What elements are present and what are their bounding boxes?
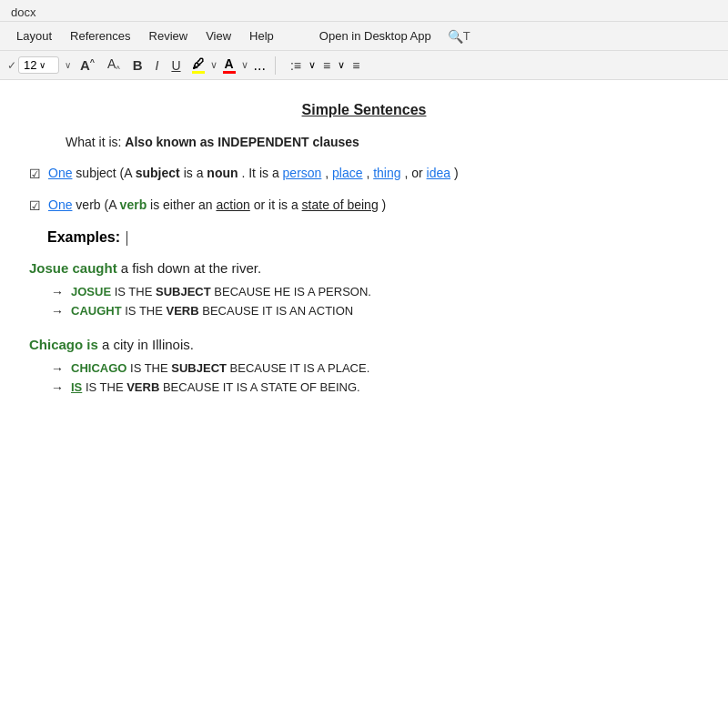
- document-area[interactable]: Simple Sentences What it is: Also known …: [0, 80, 728, 728]
- checkbox-1: ☑: [29, 167, 41, 181]
- example-1-block: Josue caught a fish down at the river. →…: [29, 260, 699, 318]
- arrow-icon-1b: →: [51, 304, 64, 318]
- title-bar: docx: [0, 0, 728, 22]
- italic-button[interactable]: I: [150, 56, 165, 75]
- filename-label: docx: [11, 5, 35, 19]
- grow-font-button[interactable]: A^: [75, 56, 100, 75]
- what-it-is-prefix: What it is:: [66, 135, 125, 149]
- search-label: T: [463, 29, 470, 43]
- list3-button[interactable]: ≡: [347, 56, 365, 75]
- bullet2-verb: verb: [120, 197, 147, 212]
- more-button[interactable]: ...: [250, 56, 269, 76]
- example2-green: Chicago is: [29, 337, 98, 352]
- arrow-icon-2b: →: [51, 380, 64, 395]
- checkmark-icon: ✓: [7, 59, 16, 72]
- example1-sentence: Josue caught a fish down at the river.: [29, 260, 699, 276]
- bullet1-person: person: [283, 166, 322, 180]
- bullet1-thing: thing: [373, 166, 400, 180]
- caught-label: CAUGHT: [71, 304, 122, 318]
- example-2-block: Chicago is a city in Illinois. → CHICAGO…: [29, 337, 699, 395]
- menu-open-desktop[interactable]: Open in Desktop App: [310, 25, 440, 46]
- bullet1-idea: idea: [427, 166, 450, 180]
- bullet1-noun: noun: [207, 166, 238, 180]
- example1-arrow1: → JOSUE IS THE SUBJECT BECAUSE HE IS A P…: [29, 285, 699, 299]
- menu-references[interactable]: References: [61, 25, 139, 46]
- bullet-item-2: ☑ One verb (A verb is either an action o…: [29, 197, 699, 213]
- bullet-item-1: ☑ One subject (A subject is a noun . It …: [29, 166, 699, 181]
- bullet2-action: action: [216, 197, 249, 212]
- font-size-chevron2: ∨: [65, 60, 71, 70]
- bullet1-one: One: [48, 166, 72, 180]
- examples-label: Examples:: [47, 229, 120, 245]
- subject-label-2: SUBJECT: [171, 361, 227, 375]
- menu-view[interactable]: View: [197, 25, 240, 46]
- bullet1-place: place: [332, 166, 362, 180]
- example1-green: Josue caught: [29, 260, 117, 276]
- chicago-label: CHICAGO: [71, 361, 126, 375]
- example2-arrow2: → IS IS THE VERB BECAUSE IT IS A STATE O…: [29, 380, 699, 395]
- arrow-icon-1a: →: [51, 285, 64, 299]
- josue-label: JOSUE: [71, 285, 111, 298]
- document-title: Simple Sentences: [29, 102, 699, 118]
- bullet2-one: One: [48, 197, 72, 212]
- example1-rest: a fish down at the river.: [121, 260, 261, 276]
- example1-arrow2: → CAUGHT IS THE VERB BECAUSE IT IS AN AC…: [29, 304, 699, 318]
- bullet1-subject: subject: [136, 166, 180, 180]
- verb-label-2: VERB: [126, 380, 159, 394]
- is-label: IS: [71, 380, 82, 394]
- font-size-value: 12: [24, 58, 36, 72]
- font-color-letter: A: [224, 56, 233, 71]
- list1-chevron[interactable]: ∨: [308, 59, 316, 71]
- checkbox-2: ☑: [29, 198, 41, 213]
- word-window: docx Layout References Review View Help …: [0, 0, 728, 728]
- text-cursor: [126, 231, 127, 246]
- examples-line: Examples:: [29, 229, 699, 246]
- list2-chevron[interactable]: ∨: [338, 59, 345, 71]
- bold-button[interactable]: B: [127, 56, 148, 75]
- menu-bar: Layout References Review View Help Open …: [0, 22, 728, 51]
- formatting-toolbar: ✓ 12 ∨ ∨ A^ A^ B I U 🖊 ∨ A ∨ ... :≡ ∨ ≡ …: [0, 51, 728, 80]
- list1-button[interactable]: :≡: [285, 56, 307, 75]
- what-it-is-line: What it is: Also known as INDEPENDENT cl…: [29, 135, 699, 149]
- underline-button[interactable]: U: [166, 56, 186, 75]
- arrow-icon-2a: →: [51, 361, 64, 376]
- highlight-color-button[interactable]: 🖊: [188, 55, 208, 76]
- highlight-chevron[interactable]: ∨: [210, 59, 217, 71]
- bullet1-text: One subject (A subject is a noun . It is…: [48, 166, 459, 180]
- highlight-bar: [192, 71, 205, 74]
- menu-layout[interactable]: Layout: [7, 25, 61, 46]
- bullet2-text: One verb (A verb is either an action or …: [48, 197, 386, 212]
- list-buttons: :≡ ∨ ≡ ∨ ≡: [285, 56, 365, 75]
- font-color-button[interactable]: A: [219, 55, 239, 76]
- font-color-bar: [223, 71, 236, 74]
- menu-review[interactable]: Review: [140, 25, 197, 46]
- menu-help[interactable]: Help: [240, 25, 283, 46]
- search-icon[interactable]: 🔍: [448, 29, 463, 44]
- example2-arrow1: → CHICAGO IS THE SUBJECT BECAUSE IT IS A…: [29, 361, 699, 376]
- font-color-chevron[interactable]: ∨: [241, 59, 248, 71]
- what-it-is-value: Also known as INDEPENDENT clauses: [125, 135, 359, 149]
- subject-label-1: SUBJECT: [156, 285, 211, 298]
- list2-button[interactable]: ≡: [318, 56, 336, 75]
- shrink-font-button[interactable]: A^: [102, 55, 126, 76]
- font-size-selector[interactable]: 12 ∨: [18, 56, 59, 74]
- separator: [275, 56, 276, 75]
- example2-sentence: Chicago is a city in Illinois.: [29, 337, 699, 352]
- font-size-chevron: ∨: [39, 60, 46, 70]
- example2-rest: a city in Illinois.: [102, 337, 194, 352]
- bullet2-state: state of being: [302, 197, 379, 212]
- verb-label-1: VERB: [167, 304, 199, 318]
